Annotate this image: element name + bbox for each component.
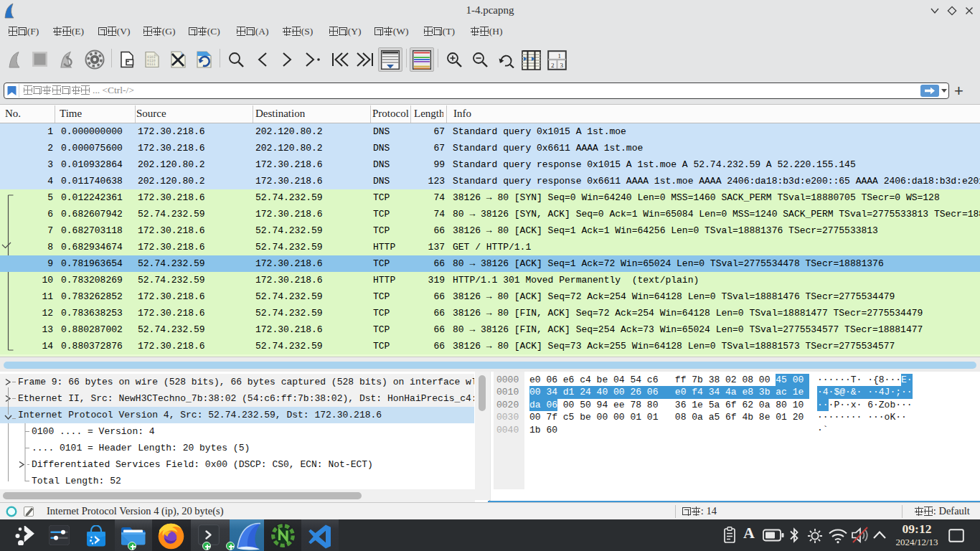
svg-text:3: 3 [560,62,564,69]
svg-text:2: 2 [551,62,555,69]
svg-text:0111: 0111 [147,62,156,66]
svg-text:1: 1 [558,52,562,60]
